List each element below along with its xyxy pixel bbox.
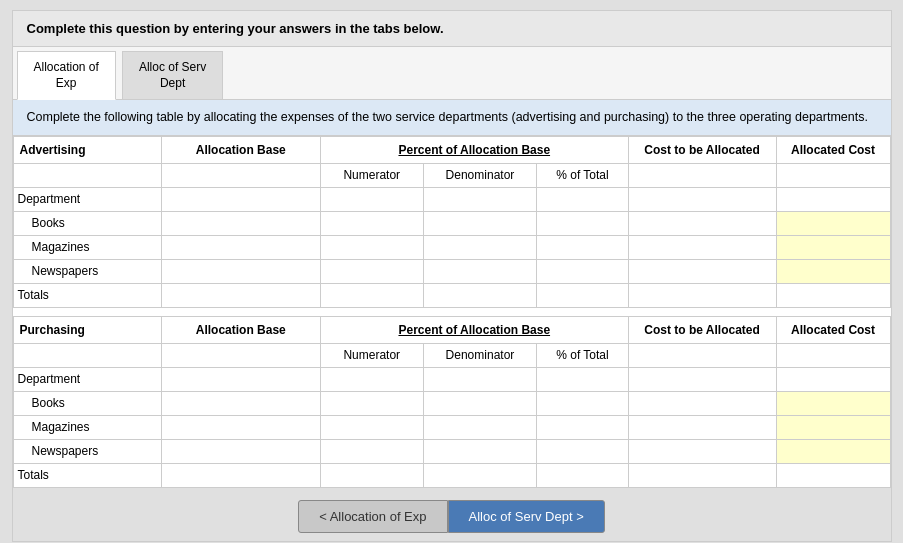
adv-dept-cost-input[interactable] <box>633 191 772 207</box>
purch-magazines-denominator-input[interactable] <box>428 419 533 435</box>
purch-dept-pct[interactable] <box>537 367 628 391</box>
adv-newspapers-pct-input[interactable] <box>541 263 623 279</box>
adv-books-pct-input[interactable] <box>541 215 623 231</box>
adv-totals-numerator-input[interactable] <box>325 287 419 303</box>
adv-newspapers-denominator[interactable] <box>423 259 537 283</box>
adv-magazines-cost-input[interactable] <box>633 239 772 255</box>
purch-dept-cost-input[interactable] <box>633 371 772 387</box>
purch-magazines-cost-input[interactable] <box>633 419 772 435</box>
purch-books-denominator-input[interactable] <box>428 395 533 411</box>
purch-books-alloc-base[interactable] <box>161 391 320 415</box>
adv-dept-pct-input[interactable] <box>541 191 623 207</box>
purch-magazines-allocated-input[interactable] <box>781 419 886 435</box>
purch-newspapers-allocated-input[interactable] <box>781 443 886 459</box>
purch-dept-numerator-input[interactable] <box>325 371 419 387</box>
purch-totals-cost-input[interactable] <box>633 467 772 483</box>
purch-magazines-cost[interactable] <box>628 415 776 439</box>
purch-magazines-numerator[interactable] <box>321 415 424 439</box>
adv-totals-allocated[interactable] <box>776 283 890 307</box>
purch-books-allocated[interactable] <box>776 391 890 415</box>
purch-newspapers-alloc-base-input[interactable] <box>166 443 316 459</box>
adv-magazines-alloc-base[interactable] <box>161 235 320 259</box>
purch-newspapers-cost-input[interactable] <box>633 443 772 459</box>
adv-totals-cost[interactable] <box>628 283 776 307</box>
purch-dept-allocated-input[interactable] <box>781 371 886 387</box>
purch-newspapers-pct-input[interactable] <box>541 443 623 459</box>
adv-newspapers-numerator-input[interactable] <box>325 263 419 279</box>
purch-totals-allocated[interactable] <box>776 463 890 487</box>
purch-newspapers-denominator[interactable] <box>423 439 537 463</box>
purch-books-pct-input[interactable] <box>541 395 623 411</box>
purch-magazines-allocated[interactable] <box>776 415 890 439</box>
adv-totals-alloc-base-input[interactable] <box>166 287 316 303</box>
next-button[interactable]: Alloc of Serv Dept > <box>448 500 605 533</box>
adv-dept-numerator[interactable] <box>321 187 424 211</box>
adv-dept-allocated-input[interactable] <box>781 191 886 207</box>
purch-dept-denominator-input[interactable] <box>428 371 533 387</box>
adv-totals-cost-input[interactable] <box>633 287 772 303</box>
purch-totals-alloc-base-input[interactable] <box>166 467 316 483</box>
purch-totals-denominator-input[interactable] <box>428 467 533 483</box>
adv-newspapers-alloc-base-input[interactable] <box>166 263 316 279</box>
adv-books-alloc-base-input[interactable] <box>166 215 316 231</box>
purch-totals-allocated-input[interactable] <box>781 467 886 483</box>
purch-newspapers-denominator-input[interactable] <box>428 443 533 459</box>
purch-newspapers-alloc-base[interactable] <box>161 439 320 463</box>
purch-totals-denominator[interactable] <box>423 463 537 487</box>
adv-magazines-allocated[interactable] <box>776 235 890 259</box>
adv-magazines-allocated-input[interactable] <box>781 239 886 255</box>
adv-newspapers-pct[interactable] <box>537 259 628 283</box>
adv-totals-allocated-input[interactable] <box>781 287 886 303</box>
purch-newspapers-cost[interactable] <box>628 439 776 463</box>
adv-newspapers-cost[interactable] <box>628 259 776 283</box>
adv-dept-numerator-input[interactable] <box>325 191 419 207</box>
adv-books-pct[interactable] <box>537 211 628 235</box>
adv-dept-denominator-input[interactable] <box>428 191 533 207</box>
purch-totals-alloc-base[interactable] <box>161 463 320 487</box>
adv-magazines-denominator-input[interactable] <box>428 239 533 255</box>
purch-dept-denominator[interactable] <box>423 367 537 391</box>
adv-magazines-denominator[interactable] <box>423 235 537 259</box>
purch-books-alloc-base-input[interactable] <box>166 395 316 411</box>
purch-dept-pct-input[interactable] <box>541 371 623 387</box>
adv-dept-alloc-base[interactable] <box>161 187 320 211</box>
purch-magazines-pct-input[interactable] <box>541 419 623 435</box>
adv-dept-allocated[interactable] <box>776 187 890 211</box>
purch-magazines-alloc-base-input[interactable] <box>166 419 316 435</box>
adv-newspapers-cost-input[interactable] <box>633 263 772 279</box>
adv-totals-pct-input[interactable] <box>541 287 623 303</box>
adv-magazines-alloc-base-input[interactable] <box>166 239 316 255</box>
adv-magazines-cost[interactable] <box>628 235 776 259</box>
adv-totals-denominator-input[interactable] <box>428 287 533 303</box>
tab-allocation-exp[interactable]: Allocation ofExp <box>17 51 116 100</box>
adv-totals-alloc-base[interactable] <box>161 283 320 307</box>
purch-magazines-numerator-input[interactable] <box>325 419 419 435</box>
adv-dept-cost[interactable] <box>628 187 776 211</box>
adv-books-cost[interactable] <box>628 211 776 235</box>
adv-books-numerator[interactable] <box>321 211 424 235</box>
adv-newspapers-numerator[interactable] <box>321 259 424 283</box>
purch-books-denominator[interactable] <box>423 391 537 415</box>
purch-newspapers-numerator[interactable] <box>321 439 424 463</box>
prev-button[interactable]: < Allocation of Exp <box>298 500 447 533</box>
adv-books-allocated-input[interactable] <box>781 215 886 231</box>
adv-newspapers-alloc-base[interactable] <box>161 259 320 283</box>
adv-books-denominator[interactable] <box>423 211 537 235</box>
adv-books-alloc-base[interactable] <box>161 211 320 235</box>
purch-dept-alloc-base-input[interactable] <box>166 371 316 387</box>
purch-books-numerator-input[interactable] <box>325 395 419 411</box>
adv-magazines-numerator-input[interactable] <box>325 239 419 255</box>
adv-totals-pct[interactable] <box>537 283 628 307</box>
adv-books-numerator-input[interactable] <box>325 215 419 231</box>
purch-newspapers-allocated[interactable] <box>776 439 890 463</box>
purch-magazines-denominator[interactable] <box>423 415 537 439</box>
tab-alloc-serv-dept[interactable]: Alloc of ServDept <box>122 51 223 99</box>
purch-newspapers-pct[interactable] <box>537 439 628 463</box>
purch-totals-pct[interactable] <box>537 463 628 487</box>
purch-books-cost[interactable] <box>628 391 776 415</box>
purch-dept-alloc-base[interactable] <box>161 367 320 391</box>
adv-newspapers-allocated-input[interactable] <box>781 263 886 279</box>
adv-books-denominator-input[interactable] <box>428 215 533 231</box>
purch-dept-numerator[interactable] <box>321 367 424 391</box>
adv-books-cost-input[interactable] <box>633 215 772 231</box>
